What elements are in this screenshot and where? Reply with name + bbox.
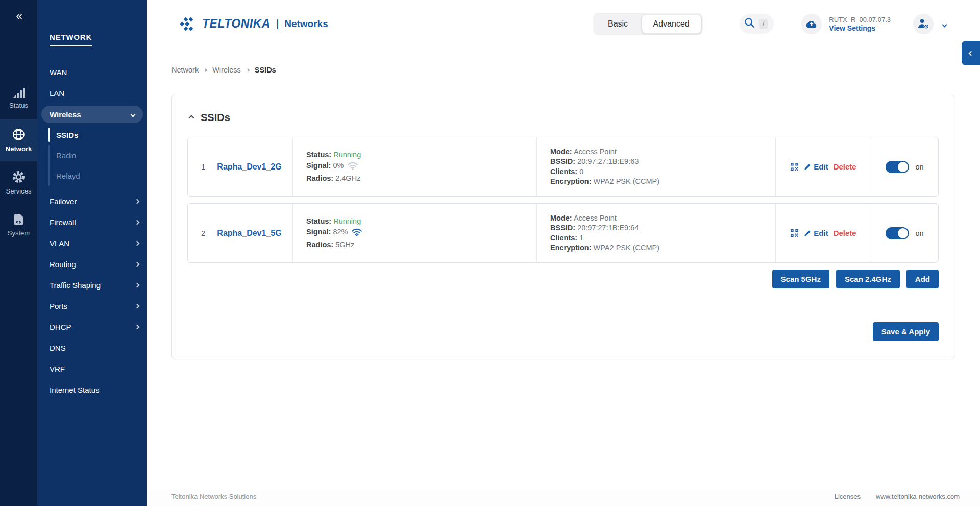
wifi-icon-strong — [351, 228, 362, 236]
radios-value: 2.4GHz — [335, 174, 360, 182]
rail-item-system[interactable]: System — [0, 204, 37, 246]
search-shortcut-key: / — [759, 19, 768, 29]
ssid-name-link[interactable]: Rapha_Dev1_5G — [217, 229, 281, 238]
sidebar-item-dhcp[interactable]: DHCP — [37, 317, 147, 338]
page-content: Network Wireless SSIDs SSIDs 1 Rapha_Dev… — [147, 47, 980, 487]
mode-label: Mode: — [550, 214, 572, 222]
sim-card-icon — [14, 213, 24, 226]
scan-5ghz-button[interactable]: Scan 5GHz — [772, 270, 829, 288]
scan-24ghz-button[interactable]: Scan 2.4GHz — [836, 270, 900, 288]
divider — [211, 226, 211, 241]
teltonika-logo: TELTONIKA | Networks — [179, 0, 328, 47]
rail-item-label: Services — [6, 187, 32, 195]
sidebar-item-radio[interactable]: Radio — [37, 145, 147, 165]
pencil-icon — [804, 230, 811, 237]
side-panel-toggle[interactable] — [962, 41, 980, 65]
user-gear-icon — [917, 18, 929, 29]
radios-label: Radios: — [306, 240, 333, 249]
ssid-name-link[interactable]: Rapha_Dev1_2G — [217, 162, 281, 172]
enable-toggle[interactable] — [886, 227, 909, 239]
signal-label: Signal: — [306, 228, 331, 236]
edit-label: Edit — [814, 162, 828, 171]
user-menu-button[interactable] — [913, 14, 934, 34]
cloud-upload-button[interactable] — [801, 14, 822, 34]
rail-item-services[interactable]: Services — [0, 161, 37, 204]
rail-item-label: Status — [9, 102, 28, 109]
logo-brand-text: TELTONIKA — [202, 17, 271, 31]
logo-separator: | — [276, 18, 279, 30]
globe-icon — [12, 128, 26, 141]
wireless-submenu: SSIDs Radio Relayd — [37, 125, 147, 186]
mode-advanced-button[interactable]: Advanced — [642, 14, 701, 34]
breadcrumb-network[interactable]: Network — [172, 66, 199, 74]
user-menu-chevron[interactable] — [943, 19, 946, 29]
sidebar-item-wan[interactable]: WAN — [37, 62, 147, 83]
breadcrumb-chevron-icon — [246, 68, 250, 71]
sidebar-item-traffic-shaping[interactable]: Traffic Shaping — [37, 275, 147, 296]
sidebar-item-routing[interactable]: Routing — [37, 254, 147, 275]
chevron-right-icon — [135, 241, 140, 246]
qr-code-button[interactable] — [790, 229, 799, 237]
divider — [211, 159, 211, 175]
footer-website-link[interactable]: www.teltonika-networks.com — [876, 493, 960, 500]
chevron-right-icon — [135, 304, 140, 309]
footer-licenses-link[interactable]: Licenses — [835, 493, 861, 500]
sidebar-item-ssids[interactable]: SSIDs — [37, 125, 147, 145]
mode-toggle: Basic Advanced — [593, 13, 703, 35]
sidebar-item-wireless[interactable]: Wireless — [41, 106, 143, 123]
mode-basic-button[interactable]: Basic — [595, 14, 642, 34]
sidebar-item-failover[interactable]: Failover — [37, 191, 147, 212]
sidebar-title: NETWORK — [50, 33, 92, 46]
collapse-section-icon[interactable] — [188, 115, 194, 121]
enable-toggle[interactable] — [886, 161, 909, 173]
ssid-row: 1 Rapha_Dev1_2G Status: Running Signal: … — [187, 137, 939, 197]
delete-button[interactable]: Delete — [834, 162, 856, 171]
edit-button[interactable]: Edit — [804, 162, 828, 171]
logo-suffix-text: Networks — [284, 18, 328, 30]
sidebar-item-lan[interactable]: LAN — [37, 83, 147, 104]
rail-nav: Status Network Services — [0, 77, 37, 246]
sidebar-item-relayd[interactable]: Relayd — [37, 165, 147, 186]
chevron-right-icon — [135, 220, 140, 225]
breadcrumb-chevron-icon — [204, 68, 207, 71]
sidebar-item-dns[interactable]: DNS — [37, 338, 147, 358]
clients-value: 0 — [579, 167, 583, 176]
chevron-down-icon — [942, 22, 947, 27]
sidebar-item-internet-status[interactable]: Internet Status — [37, 379, 147, 400]
sidebar-item-vrf[interactable]: VRF — [37, 358, 147, 379]
qr-code-button[interactable] — [790, 162, 799, 171]
icon-rail: « Status — [0, 0, 37, 506]
qr-code-icon — [790, 162, 799, 171]
save-apply-button[interactable]: Save & Apply — [873, 322, 939, 341]
chevron-right-icon — [135, 199, 140, 204]
sidebar-collapse-button[interactable]: « — [0, 0, 37, 33]
clients-label: Clients: — [550, 234, 577, 242]
device-name: RUTX_R_00.07.07.3 — [829, 15, 891, 24]
mode-label: Mode: — [550, 148, 572, 156]
header-right-cluster: Basic Advanced / RUTX_R_0 — [593, 0, 946, 47]
delete-label: Delete — [834, 162, 856, 171]
breadcrumb-wireless[interactable]: Wireless — [212, 66, 241, 74]
add-button[interactable]: Add — [906, 270, 939, 288]
edit-button[interactable]: Edit — [804, 229, 828, 237]
edit-label: Edit — [814, 229, 828, 237]
bssid-value: 20:97:27:1B:E9:64 — [577, 224, 639, 232]
radios-value: 5GHz — [335, 240, 354, 249]
main-area: TELTONIKA | Networks Basic Advanced / — [147, 0, 980, 506]
breadcrumb: Network Wireless SSIDs — [172, 66, 276, 74]
rail-item-network[interactable]: Network — [0, 119, 37, 161]
rail-item-status[interactable]: Status — [0, 77, 37, 119]
pencil-icon — [804, 163, 811, 171]
footer: Teltonika Networks Solutions Licenses ww… — [147, 487, 980, 506]
teltonika-logo-mark — [179, 16, 198, 32]
search-button[interactable]: / — [740, 14, 774, 34]
status-value: Running — [333, 217, 361, 225]
sidebar-item-ports[interactable]: Ports — [37, 296, 147, 317]
sidebar-item-firewall[interactable]: Firewall — [37, 212, 147, 233]
view-settings-link[interactable]: View Settings — [829, 24, 891, 33]
search-icon — [744, 17, 755, 30]
bssid-value: 20:97:27:1B:E9:63 — [577, 157, 639, 165]
status-label: Status: — [306, 217, 331, 225]
sidebar-item-vlan[interactable]: VLAN — [37, 233, 147, 254]
delete-button[interactable]: Delete — [834, 229, 856, 237]
